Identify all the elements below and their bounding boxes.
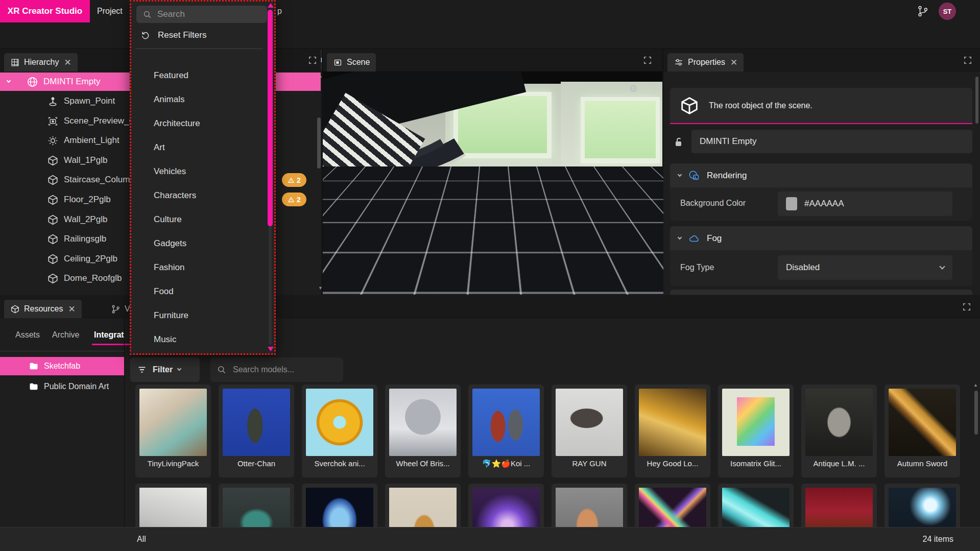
model-card[interactable]: Antique L.M. ...: [801, 385, 877, 477]
model-card[interactable]: [385, 484, 461, 528]
model-search-input[interactable]: [233, 365, 330, 374]
model-thumbnail: [722, 488, 790, 528]
model-thumbnail: [639, 488, 706, 528]
color-swatch[interactable]: [786, 197, 797, 210]
gizmo-x-label: X: [631, 240, 635, 247]
tab-integrations[interactable]: Integrat: [94, 330, 124, 340]
model-thumbnail: [722, 389, 790, 456]
model-card[interactable]: RAY GUN: [552, 385, 627, 477]
green-screen: [585, 101, 656, 158]
model-card[interactable]: [635, 484, 710, 528]
tab-properties[interactable]: Properties ✕: [667, 53, 744, 71]
category-item-culture[interactable]: Culture: [131, 207, 266, 231]
rendering-section-header[interactable]: Rendering: [670, 163, 972, 187]
app-title[interactable]: XR Creator Studio: [0, 0, 90, 22]
menu-project[interactable]: Project: [97, 0, 123, 22]
fog-type-dropdown[interactable]: Disabled: [778, 255, 952, 280]
model-card[interactable]: [302, 484, 377, 528]
warning-badge[interactable]: 2: [282, 193, 306, 206]
menu-item-partial[interactable]: p: [277, 0, 282, 22]
category-item-furniture[interactable]: Furniture: [131, 303, 266, 327]
model-card[interactable]: Wheel Of Bris...: [385, 385, 461, 477]
model-search-box[interactable]: [210, 357, 343, 382]
category-item-music[interactable]: Music: [131, 327, 266, 351]
background-color-field[interactable]: #AAAAAA: [778, 191, 952, 216]
model-name: RAY GUN: [554, 459, 625, 468]
model-card[interactable]: Autumn Sword: [885, 385, 960, 477]
search-icon: [142, 10, 152, 19]
model-card[interactable]: [468, 484, 544, 528]
tab-scene[interactable]: Scene: [327, 53, 376, 71]
model-card[interactable]: Sverchok ani...: [302, 385, 377, 477]
close-icon[interactable]: ✕: [64, 57, 71, 68]
properties-scrollbar[interactable]: [975, 77, 978, 124]
close-icon[interactable]: ✕: [730, 57, 737, 68]
category-item-animals[interactable]: Animals: [131, 87, 266, 111]
expand-panel-icon[interactable]: [963, 303, 971, 311]
model-cards-row2: [0, 484, 980, 527]
category-item-featured[interactable]: Featured: [131, 63, 266, 87]
transform-gizmo[interactable]: Y X Z: [568, 205, 655, 282]
status-filter-scope[interactable]: All: [137, 535, 146, 544]
object-name-value: DMINTI Empty: [700, 136, 756, 147]
model-card[interactable]: 🐬⭐🍎Koi ...: [468, 385, 544, 477]
scene-viewport[interactable]: ⚙ Y X Z F Focus Q E: [323, 71, 663, 295]
expand-panel-icon[interactable]: [964, 56, 972, 64]
expand-panel-icon[interactable]: [308, 56, 317, 64]
cube-icon: [47, 194, 59, 206]
fog-section-header[interactable]: Fog: [670, 226, 972, 250]
chevron-down-icon: [678, 172, 682, 176]
category-item-architecture[interactable]: Architecture: [131, 111, 266, 135]
expand-panel-icon[interactable]: [643, 56, 652, 64]
tab-assets[interactable]: Assets: [15, 330, 40, 340]
model-card[interactable]: [885, 484, 960, 528]
tab-archive[interactable]: Archive: [52, 330, 79, 340]
lock-open-icon[interactable]: [673, 136, 685, 148]
reset-filters-button[interactable]: Reset Filters: [135, 27, 263, 43]
model-cards-row1: TinyLivingPack Otter-Chan Sverchok ani..…: [0, 385, 980, 477]
hierarchy-scrollbar[interactable]: [317, 117, 321, 169]
tab-hierarchy[interactable]: Hierarchy ✕: [4, 53, 78, 71]
version-branch-icon[interactable]: [917, 5, 929, 17]
section-label: Rendering: [707, 171, 747, 181]
model-card[interactable]: TinyLivingPack: [135, 385, 211, 477]
reset-filters-label: Reset Filters: [158, 30, 206, 40]
avatar[interactable]: ST: [939, 3, 956, 20]
model-card[interactable]: [718, 484, 794, 528]
model-thumbnail: [139, 389, 207, 456]
category-search-input[interactable]: [157, 9, 254, 19]
warning-badge[interactable]: 2: [282, 173, 306, 187]
tab-resources[interactable]: Resources ✕: [4, 300, 82, 318]
folder-item-sketchfab[interactable]: Sketchfab: [0, 357, 124, 375]
hierarchy-item-label: Wall_2Pglb: [64, 214, 107, 225]
model-thumbnail: [223, 488, 290, 528]
scroll-up-indicator[interactable]: [268, 3, 274, 8]
warning-count: 2: [297, 196, 301, 204]
background-color-label: Background Color: [680, 199, 746, 208]
scene-tabstrip: Scene: [323, 49, 662, 71]
models-scrollbar[interactable]: [974, 391, 978, 435]
category-item-art[interactable]: Art: [131, 135, 266, 159]
model-card[interactable]: [801, 484, 877, 528]
scroll-down-indicator[interactable]: [268, 347, 274, 351]
category-item-vehicles[interactable]: Vehicles: [131, 159, 266, 183]
scrollbar-up-arrow[interactable]: ▲: [973, 382, 978, 388]
category-search-box[interactable]: [136, 6, 267, 23]
category-item-food[interactable]: Food: [131, 279, 266, 303]
model-card[interactable]: [552, 484, 627, 528]
category-item-characters[interactable]: Characters: [131, 183, 266, 207]
rendering-icon: [688, 170, 700, 181]
model-card[interactable]: Hey Good Lo...: [635, 385, 710, 477]
filter-button[interactable]: Filter: [130, 357, 200, 382]
model-card[interactable]: Otter-Chan: [219, 385, 294, 477]
category-item-fashion[interactable]: Fashion: [131, 255, 266, 279]
spawn-point-icon: [47, 95, 59, 107]
model-card[interactable]: Isomatrix Glit...: [718, 385, 794, 477]
model-card[interactable]: [219, 484, 294, 528]
viewport-settings-gear-icon[interactable]: ⚙: [629, 83, 638, 94]
model-card[interactable]: [135, 484, 211, 528]
dropdown-scrollbar-thumb[interactable]: [268, 10, 273, 226]
object-name-field[interactable]: DMINTI Empty: [691, 130, 972, 153]
category-item-gadgets[interactable]: Gadgets: [131, 231, 266, 255]
close-icon[interactable]: ✕: [68, 304, 75, 315]
